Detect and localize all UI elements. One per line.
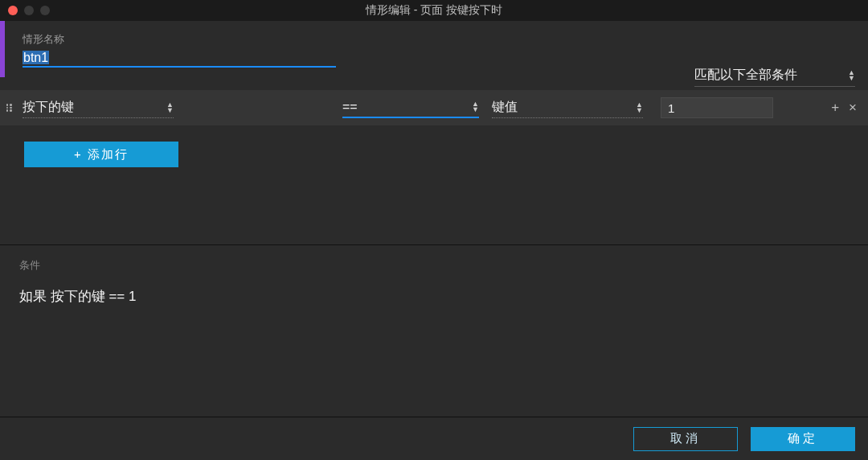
condition-editor-panel: 情形名称 btn1 匹配以下全部条件 ▲▼ 按下的键 ▲▼ == ▲▼ 键值 ▲…	[0, 21, 868, 244]
ok-button[interactable]: 确定	[751, 427, 855, 451]
minimize-window-button	[24, 6, 34, 15]
window-titlebar: 情形编辑 - 页面 按键按下时	[0, 0, 868, 21]
window-title: 情形编辑 - 页面 按键按下时	[0, 3, 868, 18]
drag-handle-icon[interactable]	[0, 104, 18, 112]
condition-summary-text: 如果 按下的键 == 1	[19, 287, 849, 306]
remove-condition-icon[interactable]: ×	[849, 100, 857, 116]
condition-row: 按下的键 ▲▼ == ▲▼ 键值 ▲▼ 1 + ×	[0, 90, 868, 125]
add-condition-icon[interactable]: +	[831, 100, 839, 116]
cancel-button-label: 取消	[670, 431, 701, 446]
chevron-updown-icon: ▲▼	[472, 101, 479, 113]
chevron-updown-icon: ▲▼	[636, 102, 643, 113]
chevron-updown-icon: ▲▼	[848, 70, 855, 81]
close-window-button[interactable]	[8, 6, 18, 15]
condition-subject-value: 按下的键	[23, 99, 74, 116]
zoom-window-button	[40, 6, 50, 15]
ok-button-label: 确定	[788, 431, 818, 446]
cancel-button[interactable]: 取消	[633, 427, 738, 451]
case-name-label: 情形名称	[23, 32, 868, 47]
condition-value-input[interactable]: 1	[661, 97, 773, 118]
window-controls	[0, 6, 50, 15]
condition-value-text: 1	[668, 101, 674, 115]
condition-summary-panel: 条件 如果 按下的键 == 1	[0, 245, 868, 414]
add-row-button[interactable]: + 添加行	[24, 142, 178, 167]
condition-target-select[interactable]: 键值 ▲▼	[492, 97, 643, 118]
match-type-select[interactable]: 匹配以下全部条件 ▲▼	[694, 64, 855, 87]
case-name-value: btn1	[23, 51, 49, 64]
case-name-input[interactable]: btn1	[23, 50, 336, 68]
accent-indicator	[0, 21, 5, 77]
add-row-label: + 添加行	[74, 147, 129, 162]
condition-summary-label: 条件	[19, 258, 849, 273]
condition-subject-select[interactable]: 按下的键 ▲▼	[23, 97, 174, 118]
condition-operator-select[interactable]: == ▲▼	[342, 97, 479, 118]
match-type-label: 匹配以下全部条件	[694, 67, 797, 84]
condition-target-value: 键值	[492, 99, 518, 116]
chevron-updown-icon: ▲▼	[166, 102, 174, 113]
condition-operator-value: ==	[342, 100, 358, 114]
dialog-footer: 取消 确定	[0, 417, 868, 460]
